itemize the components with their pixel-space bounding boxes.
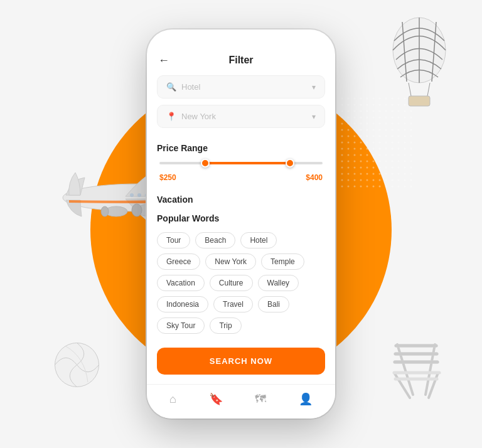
nav-bookmark-icon[interactable]: 🔖 — [209, 392, 223, 406]
svg-point-19 — [137, 193, 141, 197]
search-inputs: 🔍 Hotel ▾ 📍 New York ▾ — [147, 75, 335, 136]
location-icon: 📍 — [166, 112, 176, 121]
screen-title: Filter — [228, 55, 253, 66]
hotel-chevron-icon: ▾ — [312, 83, 316, 92]
beach-ball — [53, 341, 100, 388]
slider-thumb-max[interactable] — [286, 159, 294, 168]
svg-line-6 — [409, 83, 411, 96]
location-chevron-icon: ▾ — [312, 112, 316, 121]
min-price-label: $250 — [159, 173, 176, 182]
svg-rect-8 — [409, 96, 430, 106]
tag-beach[interactable]: Beach — [195, 232, 235, 248]
slider-thumb-min[interactable] — [201, 159, 210, 168]
max-price-label: $400 — [306, 173, 323, 182]
svg-point-14 — [101, 206, 109, 216]
hot-air-balloon — [385, 9, 454, 110]
tag-travel[interactable]: Travel — [213, 296, 253, 312]
tags-grid: TourBeachHotelGreeceNew YorkTempleVacati… — [157, 232, 325, 334]
screen-header: ← Filter — [147, 48, 335, 75]
price-range-section: Price Range $250 $400 — [147, 136, 335, 191]
svg-line-22 — [397, 344, 413, 395]
tag-hotel[interactable]: Hotel — [240, 232, 277, 248]
search-icon: 🔍 — [166, 82, 176, 92]
phone-frame: ← Filter 🔍 Hotel ▾ 📍 New York ▾ Price Ra… — [147, 29, 335, 419]
slider-track — [159, 162, 323, 164]
tag-greece[interactable]: Greece — [157, 253, 200, 270]
nav-profile-icon[interactable]: 👤 — [299, 392, 313, 406]
back-button[interactable]: ← — [158, 54, 169, 67]
svg-point-20 — [130, 193, 134, 197]
nav-home-icon[interactable]: ⌂ — [169, 393, 176, 406]
svg-line-7 — [427, 83, 430, 96]
location-input[interactable]: New York — [181, 112, 312, 121]
price-labels: $250 $400 — [159, 173, 323, 182]
nav-map-icon[interactable]: 🗺 — [255, 393, 266, 406]
popular-words-section: Popular Words TourBeachHotelGreeceNew Yo… — [147, 212, 335, 341]
hotel-input[interactable]: Hotel — [181, 82, 312, 92]
price-range-title: Price Range — [157, 143, 325, 153]
tag-bali[interactable]: Bali — [258, 296, 289, 312]
tag-culture[interactable]: Culture — [210, 275, 253, 291]
phone-screen[interactable]: ← Filter 🔍 Hotel ▾ 📍 New York ▾ Price Ra… — [147, 29, 335, 384]
dot-pattern — [341, 97, 416, 191]
price-slider[interactable]: $250 $400 — [157, 162, 325, 182]
tag-sky-tour[interactable]: Sky Tour — [157, 317, 205, 334]
popular-words-title: Popular Words — [157, 213, 325, 223]
slider-fill — [205, 162, 290, 164]
tag-vacation[interactable]: Vacation — [157, 275, 205, 291]
tag-indonesia[interactable]: Indonesia — [157, 296, 208, 312]
bottom-nav: ⌂ 🔖 🗺 👤 — [147, 384, 335, 419]
tag-temple[interactable]: Temple — [261, 253, 304, 270]
vacation-title: Vacation — [147, 191, 335, 212]
phone-notch — [216, 29, 266, 43]
hotel-search-row[interactable]: 🔍 Hotel ▾ — [157, 75, 325, 99]
tag-tour[interactable]: Tour — [157, 232, 190, 248]
tag-walley[interactable]: Walley — [258, 275, 299, 291]
tag-trip[interactable]: Trip — [210, 317, 241, 334]
svg-point-12 — [132, 204, 142, 216]
location-search-row[interactable]: 📍 New York ▾ — [157, 105, 325, 128]
beach-chair — [388, 332, 451, 401]
svg-rect-1 — [341, 97, 416, 191]
tag-new-york[interactable]: New York — [205, 253, 256, 270]
search-now-button[interactable]: SEARCH NOW — [157, 348, 325, 375]
